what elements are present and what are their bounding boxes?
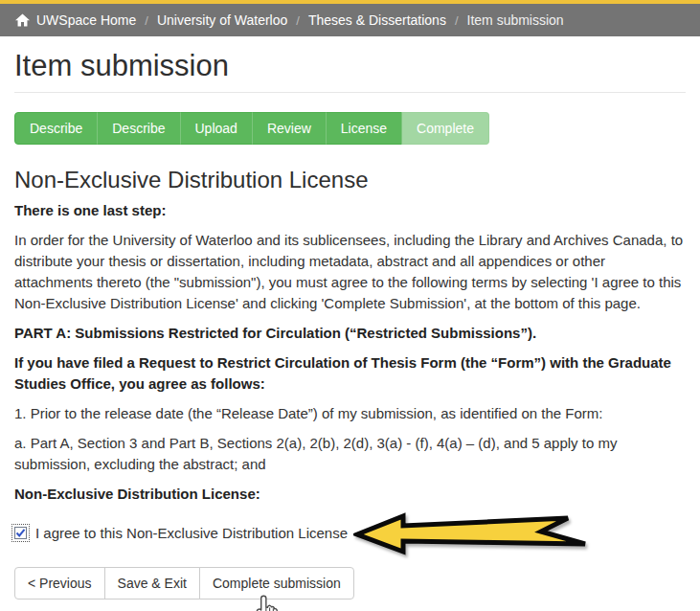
breadcrumb: UWSpace Home / University of Waterloo / … (15, 12, 564, 28)
step-describe-1[interactable]: Describe (14, 112, 98, 145)
agree-checkbox-label[interactable]: I agree to this Non-Exclusive Distributi… (35, 525, 348, 541)
breadcrumb-bar: UWSpace Home / University of Waterloo / … (0, 4, 700, 36)
license-intro: There is one last step: (14, 200, 686, 221)
breadcrumb-item-university[interactable]: University of Waterloo (157, 12, 287, 28)
breadcrumb-separator: / (296, 13, 300, 28)
license-section-heading: Non-Exclusive Distribution License (14, 168, 686, 192)
license-filed-heading: If you have filed a Request to Restrict … (14, 352, 686, 395)
previous-button[interactable]: < Previous (14, 567, 105, 600)
breadcrumb-item-home[interactable]: UWSpace Home (36, 12, 136, 28)
complete-submission-button[interactable]: Complete submission (199, 567, 354, 600)
agree-row: I agree to this Non-Exclusive Distributi… (14, 513, 686, 552)
submission-progress-steps: Describe Describe Upload Review License … (14, 112, 489, 145)
step-license[interactable]: License (326, 112, 402, 145)
save-exit-button[interactable]: Save & Exit (104, 567, 200, 600)
callout-arrow-icon (353, 509, 595, 556)
step-complete: Complete (401, 112, 489, 145)
home-icon[interactable] (15, 13, 30, 27)
breadcrumb-item-current: Item submission (467, 12, 564, 28)
main-content: Item submission Describe Describe Upload… (0, 48, 700, 600)
agree-checkbox[interactable] (14, 527, 27, 539)
form-actions: < Previous Save & Exit Complete submissi… (14, 567, 354, 600)
license-paragraph: In order for the University of Waterloo … (14, 230, 686, 314)
step-describe-2[interactable]: Describe (97, 112, 180, 145)
license-part-a-heading: PART A: Submissions Restricted for Circu… (14, 323, 686, 344)
breadcrumb-item-theses[interactable]: Theses & Dissertations (308, 12, 446, 28)
breadcrumb-separator: / (455, 13, 459, 28)
breadcrumb-separator: / (145, 13, 148, 28)
step-review[interactable]: Review (252, 112, 327, 145)
license-item-1: 1. Prior to the release date (the “Relea… (14, 403, 686, 424)
license-item-1a: a. Part A, Section 3 and Part B, Section… (14, 433, 686, 475)
nedl-heading: Non-Exclusive Distribution License: (14, 484, 686, 505)
page-title: Item submission (14, 48, 686, 93)
step-upload[interactable]: Upload (180, 112, 253, 145)
